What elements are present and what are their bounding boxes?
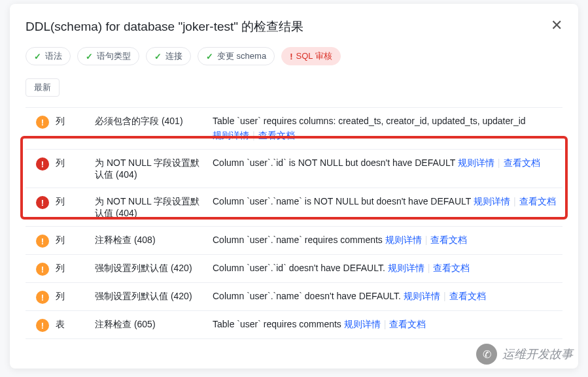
row-category: 列: [56, 289, 95, 303]
modal-header: DDL(schema) for database "joker-test" 的检…: [26, 18, 562, 35]
link-separator: |: [384, 319, 387, 329]
view-doc-link[interactable]: 查看文档: [389, 319, 426, 329]
message-text: Column `user`.`name` doesn't have DEFAUL…: [213, 291, 404, 301]
warning-icon: [36, 235, 49, 248]
row-message: Column `user`.`id` is NOT NULL but doesn…: [213, 156, 559, 171]
link-separator: |: [513, 196, 516, 206]
view-doc-link[interactable]: 查看文档: [430, 235, 467, 245]
row-rule: 注释检查 (408): [95, 233, 213, 246]
tag-syntax[interactable]: ✓语法: [26, 47, 71, 65]
tag-label: 语法: [45, 50, 62, 62]
table-row: 列注释检查 (408)Column `user`.`name` requires…: [26, 227, 562, 255]
table-row: 列为 NOT NULL 字段设置默认值 (404)Column `user`.`…: [26, 188, 562, 227]
warning-icon: [36, 319, 49, 332]
table-row: 列为 NOT NULL 字段设置默认值 (404)Column `user`.`…: [26, 150, 562, 188]
tag-sql-audit[interactable]: !SQL 审核: [281, 47, 341, 65]
close-icon[interactable]: ✕: [551, 18, 562, 33]
warning-icon: [36, 116, 49, 129]
row-rule: 强制设置列默认值 (420): [95, 261, 213, 274]
row-rule: 强制设置列默认值 (420): [95, 289, 213, 303]
tag-label: 语句类型: [97, 50, 131, 62]
rule-detail-link[interactable]: 规则详情: [474, 196, 510, 206]
row-category: 列: [56, 233, 95, 246]
rule-detail-link[interactable]: 规则详情: [458, 157, 494, 168]
tag-schema-change[interactable]: ✓变更 schema: [198, 47, 275, 65]
rule-detail-link[interactable]: 规则详情: [385, 235, 422, 245]
table-row: 表注释检查 (605)Table `user` requires comment…: [26, 311, 562, 339]
row-message: Column `user`.`name` requires comments 规…: [213, 233, 559, 248]
table-row: 列强制设置列默认值 (420)Column `user`.`id` doesn'…: [26, 255, 562, 283]
rule-detail-link[interactable]: 规则详情: [213, 130, 249, 140]
warning-icon: [36, 263, 49, 276]
row-category: 列: [56, 261, 95, 274]
message-text: Column `user`.`id` is NOT NULL but doesn…: [213, 157, 458, 168]
rule-detail-link[interactable]: 规则详情: [344, 319, 381, 329]
row-message: Column `user`.`name` doesn't have DEFAUL…: [213, 289, 559, 304]
tag-connection[interactable]: ✓连接: [146, 47, 191, 65]
row-category: 列: [56, 195, 95, 208]
tag-statement-type[interactable]: ✓语句类型: [77, 47, 139, 65]
row-rule: 为 NOT NULL 字段设置默认值 (404): [95, 156, 213, 181]
alert-icon: !: [290, 52, 292, 61]
row-rule: 必须包含的字段 (401): [95, 114, 213, 127]
row-category: 列: [56, 114, 95, 127]
message-text: Table `user` requires columns: created_t…: [213, 116, 526, 126]
link-separator: |: [498, 157, 500, 168]
latest-filter[interactable]: 最新: [26, 78, 60, 97]
view-doc-link[interactable]: 查看文档: [449, 291, 486, 301]
row-category: 列: [56, 156, 95, 169]
rule-detail-link[interactable]: 规则详情: [388, 263, 424, 273]
view-doc-link[interactable]: 查看文档: [258, 130, 295, 140]
check-icon: ✓: [206, 52, 213, 61]
view-doc-link[interactable]: 查看文档: [504, 157, 540, 168]
link-separator: |: [428, 263, 430, 273]
row-message: Column `user`.`id` doesn't have DEFAULT.…: [213, 261, 559, 276]
view-doc-link[interactable]: 查看文档: [433, 263, 470, 273]
link-separator: |: [443, 291, 446, 301]
watermark: ✆ 运维开发故事: [476, 344, 573, 365]
message-text: Column `user`.`name` is NOT NULL but doe…: [213, 196, 474, 206]
error-icon: [36, 196, 49, 209]
message-text: Column `user`.`id` doesn't have DEFAULT.: [213, 263, 388, 273]
table-row: 列必须包含的字段 (401)Table `user` requires colu…: [26, 108, 562, 150]
tag-label: 连接: [165, 50, 182, 62]
warning-icon: [36, 291, 49, 304]
results-table: 列必须包含的字段 (401)Table `user` requires colu…: [26, 107, 562, 339]
wechat-icon: ✆: [476, 344, 497, 365]
message-text: Column `user`.`name` requires comments: [213, 235, 385, 245]
check-icon: ✓: [154, 52, 162, 61]
error-icon: [36, 157, 49, 171]
row-message: Table `user` requires comments 规则详情|查看文档: [213, 318, 559, 332]
tag-label: SQL 审核: [296, 50, 332, 62]
check-icon: ✓: [86, 52, 93, 61]
rule-detail-link[interactable]: 规则详情: [404, 291, 440, 301]
modal-title: DDL(schema) for database "joker-test" 的检…: [26, 18, 303, 35]
check-icon: ✓: [34, 52, 41, 61]
watermark-text: 运维开发故事: [502, 346, 573, 362]
link-separator: |: [252, 130, 255, 140]
row-rule: 为 NOT NULL 字段设置默认值 (404): [95, 195, 213, 220]
filter-tags: ✓语法 ✓语句类型 ✓连接 ✓变更 schema !SQL 审核: [26, 47, 562, 65]
row-category: 表: [56, 318, 95, 331]
message-text: Table `user` requires comments: [213, 319, 344, 329]
tag-label: 变更 schema: [217, 50, 266, 62]
view-doc-link[interactable]: 查看文档: [519, 196, 556, 206]
link-separator: |: [425, 235, 428, 245]
check-result-modal: DDL(schema) for database "joker-test" 的检…: [10, 4, 578, 369]
table-row: 列强制设置列默认值 (420)Column `user`.`name` does…: [26, 283, 562, 311]
row-rule: 注释检查 (605): [95, 318, 213, 331]
row-message: Table `user` requires columns: created_t…: [213, 114, 559, 142]
row-message: Column `user`.`name` is NOT NULL but doe…: [213, 195, 559, 209]
